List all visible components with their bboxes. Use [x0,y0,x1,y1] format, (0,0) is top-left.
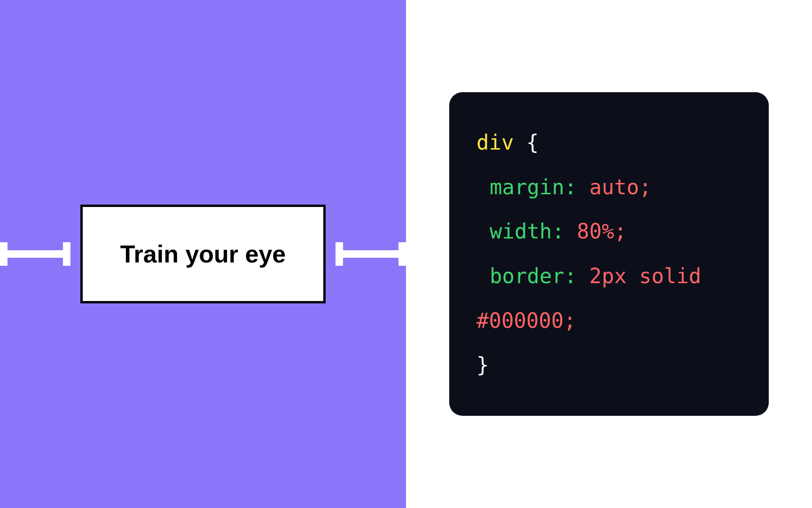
demo-box-label: Train your eye [120,240,286,268]
code-token-property: border: [490,264,577,288]
demo-box: Train your eye [80,205,326,303]
code-token-brace-open: { [526,130,539,154]
margin-cap-right-inner [336,242,343,266]
code-token-value: 80%; [577,219,626,243]
margin-cap-right-outer [398,242,406,266]
code-line-selector: div { [476,120,742,165]
code-token-value: auto; [589,175,651,199]
code-block: div { margin: auto; width: 80%; border: … [449,92,769,416]
code-line-brace-close: } [476,343,742,388]
code-line-declaration: margin: auto; [476,165,742,210]
margin-indicator-right [336,250,406,258]
code-line-declaration: border: 2px solid #000000; [476,254,742,343]
code-token-selector: div [476,130,514,154]
margin-indicator-left [0,250,70,258]
code-token-property: margin: [490,175,577,199]
code-token-property: width: [490,219,564,243]
code-panel: div { margin: auto; width: 80%; border: … [406,0,812,508]
margin-cap-left-inner [63,242,70,266]
code-line-declaration: width: 80%; [476,209,742,254]
code-token-brace-close: } [476,353,489,377]
margin-cap-left-outer [0,242,8,266]
visual-demo-panel: Train your eye [0,0,406,508]
